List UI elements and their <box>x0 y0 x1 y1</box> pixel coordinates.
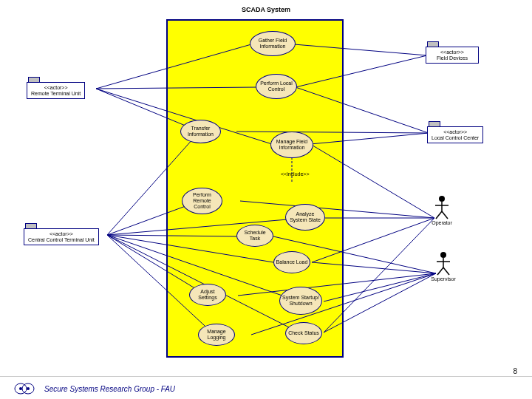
actor-stereo: <<actor>> <box>430 50 474 55</box>
actor-stereo: <<actor>> <box>28 231 95 237</box>
footer-text: Secure Systems Research Group - FAU <box>44 385 175 393</box>
usecase-local: Perform Local Control <box>256 74 297 99</box>
page-number: 8 <box>513 367 517 375</box>
actor-name: Local Control Center <box>432 135 479 141</box>
actor-label: Operator <box>427 220 457 225</box>
svg-point-35 <box>440 252 446 258</box>
actor-field-devices: <<actor>> Field Devices <box>426 41 479 64</box>
actor-lcc: <<actor>> Local Control Center <box>427 121 483 143</box>
svg-point-30 <box>439 196 445 202</box>
actor-name: Field Devices <box>430 55 474 61</box>
diagram-title: SCADA System <box>0 6 532 13</box>
usecase-gather: Gather Field Information <box>250 31 296 56</box>
actor-supervisor: Supervisor <box>429 251 458 282</box>
usecase-analyze: Analyze System State <box>285 204 325 231</box>
actor-name: Remote Terminal Unit <box>31 91 81 97</box>
usecase-balance: Balance Load <box>273 251 310 273</box>
usecase-logging: Manage Logging <box>198 324 235 346</box>
usecase-adjust: Adjust Settings <box>189 284 226 306</box>
actor-stereo: <<actor>> <box>432 129 479 135</box>
footer: Secure Systems Research Group - FAU <box>0 376 532 399</box>
actor-operator: Operator <box>427 195 457 225</box>
svg-point-42 <box>19 387 22 390</box>
usecase-startup: System Startup/ Shutdown <box>279 287 322 315</box>
usecase-remote: Perform Remote Control <box>182 188 222 214</box>
svg-line-39 <box>443 267 449 275</box>
include-label: <<include>> <box>281 171 310 177</box>
actor-stereo: <<actor>> <box>31 85 81 91</box>
svg-line-38 <box>437 267 443 275</box>
svg-line-34 <box>442 211 448 219</box>
logo-icon <box>13 381 35 396</box>
actor-cctu: <<actor>> Central Control Terminal Unit <box>24 223 99 245</box>
svg-line-33 <box>436 211 442 219</box>
usecase-transfer: Transfer Information <box>180 120 221 143</box>
actor-rtu: <<actor>> Remote Terminal Unit <box>27 77 85 99</box>
usecase-check: Check Status <box>285 322 322 344</box>
actor-label: Supervisor <box>429 276 458 282</box>
usecase-schedule: Schedule Task <box>236 225 273 247</box>
svg-point-43 <box>27 387 30 390</box>
usecase-manage-field: Manage Field Information <box>270 132 313 158</box>
actor-name: Central Control Terminal Unit <box>28 237 95 243</box>
